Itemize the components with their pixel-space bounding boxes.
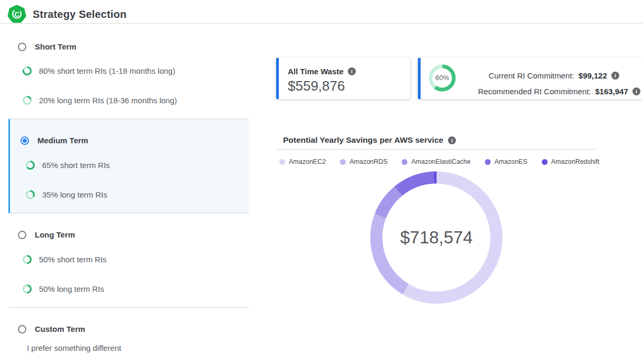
allocation-ring-icon	[22, 254, 32, 264]
option-label: Short Term	[35, 42, 76, 51]
radio-custom-term[interactable]	[18, 325, 26, 333]
page-title: Strategy Selection	[33, 8, 126, 21]
allocation-row: 35% long term RIs	[25, 190, 107, 200]
allocation-ring-icon	[22, 66, 32, 76]
logo-icon: C	[7, 5, 26, 24]
legend-dot	[542, 159, 548, 165]
legend-label: AmazonElastiCache	[411, 158, 471, 165]
allocation-ring-icon	[22, 95, 32, 105]
radio-long-term[interactable]	[18, 231, 26, 239]
legend-dot	[340, 159, 346, 165]
recommended-commitment-value: $163,947	[595, 87, 628, 96]
allocation-ring-icon	[25, 190, 35, 200]
legend-label: AmazonRDS	[349, 158, 387, 165]
waste-label: All Time Waste	[288, 67, 344, 76]
legend-label: AmazonES	[494, 158, 528, 165]
current-commitment-row: Current RI Commitment: $99,122 i	[489, 71, 619, 80]
info-icon[interactable]: i	[611, 72, 619, 80]
chart-header: Potential Yearly Savings per AWS service…	[283, 135, 456, 145]
legend-item[interactable]: AmazonES	[485, 158, 528, 165]
radio-medium-term[interactable]	[21, 136, 29, 145]
allocation-ring-icon	[25, 160, 35, 170]
strategy-option-long-term[interactable]: Long Term	[18, 230, 75, 239]
legend-item[interactable]: AmazonElastiCache	[402, 158, 471, 165]
allocation-row: 50% short term RIs	[22, 254, 106, 264]
svg-text:C: C	[14, 11, 20, 18]
info-icon[interactable]: i	[448, 136, 456, 144]
strategy-option-medium-term[interactable]: Medium Term 65% short term RIs 35% long …	[8, 119, 249, 213]
cloudcheckr-logo: C	[7, 5, 26, 24]
allocation-label: 50% long term RIs	[39, 284, 104, 293]
allocation-label: 80% short term RIs (1-18 months long)	[39, 66, 175, 75]
gauge-percentage: 60%	[428, 64, 456, 92]
strategy-option-custom-term[interactable]: Custom Term	[18, 324, 85, 333]
legend-item[interactable]: AmazonEC2	[279, 158, 326, 165]
legend-dot	[402, 159, 407, 165]
legend-label: AmazonRedshift	[551, 158, 600, 165]
option-label: Custom Term	[35, 324, 85, 333]
allocation-row: 20% long term RIs (18-36 months long)	[22, 95, 177, 105]
allocation-label: 20% long term RIs (18-36 months long)	[39, 96, 177, 105]
legend-dot	[485, 159, 491, 165]
divider	[8, 307, 249, 308]
donut-total-value: $718,574	[368, 227, 505, 248]
ri-commitment-card: 60% Current RI Commitment: $99,122 i Rec…	[418, 58, 643, 99]
all-time-waste-card: All Time Waste i $559,876	[276, 58, 410, 99]
recommended-commitment-row: Recommended RI Commitment: $163,947 i	[478, 87, 640, 96]
allocation-row: 65% short term RIs	[25, 160, 110, 170]
legend-item[interactable]: AmazonRedshift	[542, 158, 600, 165]
chart-title: Potential Yearly Savings per AWS service	[283, 135, 443, 145]
current-commitment-value: $99,122	[579, 71, 607, 80]
strategy-option-short-term[interactable]: Short Term	[18, 42, 76, 51]
allocation-label: 35% long term RIs	[42, 190, 107, 199]
option-head[interactable]: Medium Term	[21, 136, 88, 145]
legend-label: AmazonEC2	[289, 158, 326, 165]
allocation-row: 80% short term RIs (1-18 months long)	[22, 66, 175, 76]
recommended-commitment-label: Recommended RI Commitment:	[478, 87, 591, 96]
waste-value: $559,876	[288, 78, 345, 94]
info-icon[interactable]: i	[348, 67, 356, 75]
allocation-ring-icon	[22, 284, 32, 294]
header-divider	[0, 23, 643, 24]
divider	[276, 149, 597, 150]
legend-dot	[279, 159, 285, 165]
allocation-label: 50% short term RIs	[39, 255, 106, 264]
custom-term-description: I prefer something different	[27, 343, 121, 352]
chart-legend: AmazonEC2AmazonRDSAmazonElastiCacheAmazo…	[279, 158, 599, 165]
option-label: Medium Term	[37, 136, 88, 145]
allocation-label: 65% short term RIs	[42, 161, 110, 170]
legend-item[interactable]: AmazonRDS	[340, 158, 387, 165]
option-label: Long Term	[35, 230, 75, 239]
info-icon[interactable]: i	[632, 87, 640, 95]
radio-short-term[interactable]	[18, 43, 26, 51]
allocation-row: 50% long term RIs	[22, 284, 104, 294]
current-commitment-label: Current RI Commitment:	[489, 71, 574, 80]
